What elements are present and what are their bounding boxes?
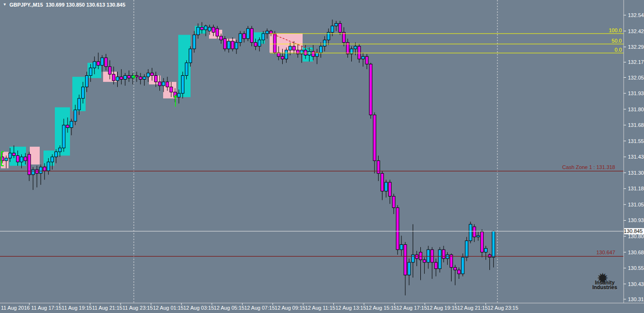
time-axis-label: 11 Aug 17:15	[31, 305, 61, 311]
candle-body	[389, 182, 392, 197]
watermark-line2: Industries	[583, 285, 626, 290]
candle-body	[143, 77, 146, 79]
broker-watermark: ✹ Insanity Industries	[583, 280, 626, 290]
candle-body	[224, 39, 226, 49]
htf-candle-zone	[226, 39, 235, 41]
time-axis-label: 11 Aug 21:15	[92, 305, 122, 311]
price-axis-label: 132.545	[628, 12, 644, 18]
chart-canvas[interactable]: 100.050.00.0Cash Zone 1 : 131.318130.647…	[0, 0, 644, 313]
candle-body	[89, 68, 92, 75]
time-axis-label: 12 Aug 03:15	[183, 305, 214, 311]
candle-body	[185, 63, 188, 76]
symbol-timeframe-label: GBPJPY.,M15	[9, 2, 43, 8]
candle-body	[411, 255, 414, 262]
candle-body	[246, 28, 249, 38]
time-axis-label: 12 Aug 07:15	[244, 305, 275, 311]
candle-body	[312, 51, 314, 56]
candle-body	[465, 241, 468, 257]
price-axis-label: 130.310	[628, 296, 644, 302]
htf-candle-zone	[178, 35, 191, 98]
candle-body	[296, 50, 299, 54]
candle-body	[200, 27, 203, 29]
candle-body	[342, 32, 345, 42]
candle-body	[438, 250, 441, 268]
candle-body	[331, 26, 334, 32]
candle-body	[254, 43, 257, 46]
price-axis-label: 130.680	[628, 250, 644, 255]
price-axis-label: 131.180	[628, 186, 644, 191]
candle-body	[354, 46, 357, 49]
fib-level-label: 0.0	[615, 47, 622, 53]
candle-body	[396, 208, 399, 250]
price-axis-label: 131.305	[628, 170, 644, 176]
candle-body	[220, 36, 223, 40]
candle-body	[369, 64, 372, 115]
symbol-dropdown-icon[interactable]: ▼	[3, 3, 7, 7]
candle-body	[362, 56, 365, 59]
candle-body	[128, 75, 131, 78]
candle-body	[488, 255, 491, 257]
candle-body	[373, 115, 376, 161]
candle-body	[24, 157, 27, 161]
candle-body	[93, 62, 96, 68]
price-axis-label: 132.175	[628, 59, 644, 65]
candle-body	[358, 46, 361, 59]
candle-body	[12, 153, 15, 155]
candle-body	[81, 87, 84, 98]
time-axis-label: 12 Aug 23:15	[487, 305, 518, 311]
candle-body	[204, 26, 207, 30]
candle-body	[335, 23, 338, 26]
candle-body	[47, 162, 50, 171]
price-axis-label: 132.295	[628, 44, 644, 50]
price-axis-label: 131.430	[628, 154, 644, 160]
candle-body	[231, 41, 234, 49]
candle-body	[62, 125, 65, 148]
candle-body	[458, 270, 461, 274]
candle-body	[239, 34, 242, 43]
candle-body	[431, 250, 434, 262]
candle-body	[484, 249, 487, 252]
candle-body	[124, 75, 127, 79]
candle-body	[104, 58, 107, 67]
candle-body	[427, 250, 430, 262]
price-axis-label: 130.430	[628, 281, 644, 287]
candle-body	[392, 196, 395, 207]
price-axis-label: 132.055	[628, 75, 644, 80]
candle-body	[404, 244, 407, 275]
candle-body	[177, 93, 180, 97]
candle-body	[227, 41, 230, 49]
candle-body	[116, 77, 119, 80]
candle-body	[70, 121, 73, 127]
time-axis-label: 12 Aug 21:15	[457, 305, 488, 311]
price-axis-label: 130.805	[628, 233, 644, 239]
candle-body	[59, 148, 61, 152]
price-zone-label: Cash Zone 1 : 131.318	[562, 164, 615, 170]
candle-body	[281, 56, 284, 59]
candle-body	[166, 82, 169, 87]
candle-body	[258, 40, 261, 46]
candle-body	[39, 167, 42, 173]
price-axis-label: 131.805	[628, 107, 644, 112]
candle-body	[300, 50, 303, 54]
candle-body	[86, 75, 88, 87]
candle-body	[197, 27, 200, 35]
time-axis-label: 11 Aug 2016	[1, 305, 30, 311]
candle-body	[285, 50, 288, 59]
candle-body	[208, 27, 211, 31]
candle-body	[120, 77, 123, 79]
candle-body	[250, 28, 253, 43]
candle-body	[273, 34, 276, 53]
candle-body	[162, 82, 165, 86]
fib-level-label: 50.0	[612, 38, 622, 44]
candle-body	[139, 77, 142, 79]
candle-body	[66, 125, 69, 127]
candle-body	[473, 227, 476, 237]
candle-body	[216, 28, 218, 36]
price-axis-label: 130.555	[628, 265, 644, 271]
candle-body	[212, 27, 215, 32]
candle-body	[480, 232, 483, 252]
candle-body	[155, 75, 157, 81]
candle-body	[5, 158, 8, 161]
candle-body	[74, 110, 77, 121]
candle-body	[477, 236, 479, 237]
